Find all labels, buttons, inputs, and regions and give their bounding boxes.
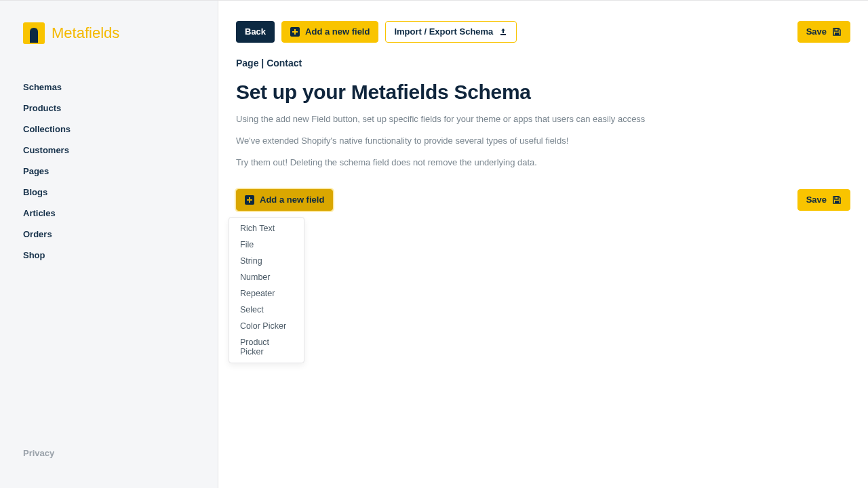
sidebar-item-schemas[interactable]: Schemas — [23, 82, 218, 92]
sidebar: Metafields Schemas Products Collections … — [0, 1, 218, 488]
toolbar: Back Add a new field Import / Export Sch… — [236, 21, 850, 43]
back-button[interactable]: Back — [236, 21, 275, 43]
plus-icon — [290, 27, 300, 37]
privacy-link[interactable]: Privacy — [23, 448, 218, 458]
main-content: Back Add a new field Import / Export Sch… — [218, 1, 868, 488]
add-field-button[interactable]: Add a new field — [236, 189, 333, 211]
sidebar-item-articles[interactable]: Articles — [23, 208, 218, 218]
field-type-dropdown: Rich Text File String Number Repeater Se… — [229, 217, 304, 363]
svg-rect-4 — [500, 34, 506, 35]
page-desc-3: Try them out! Deleting the schema field … — [236, 157, 850, 169]
import-export-button[interactable]: Import / Export Schema — [385, 21, 517, 43]
dropdown-item-string[interactable]: String — [229, 253, 304, 269]
back-button-label: Back — [245, 26, 266, 37]
save-icon — [832, 27, 842, 37]
brand-logo-icon — [23, 22, 45, 44]
page-desc-1: Using the add new Field button, set up s… — [236, 113, 850, 125]
dropdown-item-select[interactable]: Select — [229, 302, 304, 318]
dropdown-item-rich-text[interactable]: Rich Text — [229, 220, 304, 237]
sidebar-item-blogs[interactable]: Blogs — [23, 187, 218, 197]
sidebar-item-products[interactable]: Products — [23, 103, 218, 113]
dropdown-item-color-picker[interactable]: Color Picker — [229, 318, 304, 334]
sidebar-item-collections[interactable]: Collections — [23, 124, 218, 134]
dropdown-item-repeater[interactable]: Repeater — [229, 285, 304, 302]
sidebar-item-shop[interactable]: Shop — [23, 250, 218, 260]
dropdown-item-file[interactable]: File — [229, 237, 304, 253]
actions-row: Add a new field Rich Text File String Nu… — [236, 189, 850, 211]
save-button-top-label: Save — [806, 26, 827, 37]
upload-icon — [498, 27, 508, 37]
breadcrumb: Page | Contact — [236, 58, 850, 68]
import-export-button-label: Import / Export Schema — [394, 26, 493, 37]
page-desc-2: We've extended Shopify's native function… — [236, 135, 850, 147]
save-button-label: Save — [806, 195, 827, 205]
sidebar-item-pages[interactable]: Pages — [23, 166, 218, 176]
page-title: Set up your Metafields Schema — [236, 81, 850, 104]
brand-name: Metafields — [52, 24, 119, 42]
sidebar-item-customers[interactable]: Customers — [23, 145, 218, 155]
add-field-button-top[interactable]: Add a new field — [281, 21, 378, 43]
add-field-button-top-label: Add a new field — [305, 26, 370, 37]
svg-rect-11 — [835, 201, 839, 203]
add-field-button-label: Add a new field — [260, 195, 324, 205]
svg-rect-3 — [292, 31, 298, 33]
svg-rect-6 — [835, 33, 839, 35]
save-button-top[interactable]: Save — [797, 21, 850, 43]
sidebar-item-orders[interactable]: Orders — [23, 229, 218, 239]
svg-rect-9 — [247, 199, 252, 201]
svg-rect-5 — [835, 28, 838, 31]
save-button[interactable]: Save — [797, 189, 850, 211]
brand: Metafields — [23, 22, 218, 44]
dropdown-item-product-picker[interactable]: Product Picker — [229, 334, 304, 360]
dropdown-item-number[interactable]: Number — [229, 269, 304, 285]
save-icon — [832, 195, 842, 205]
nav: Schemas Products Collections Customers P… — [23, 82, 218, 448]
svg-rect-10 — [835, 197, 838, 199]
plus-icon — [245, 195, 254, 205]
